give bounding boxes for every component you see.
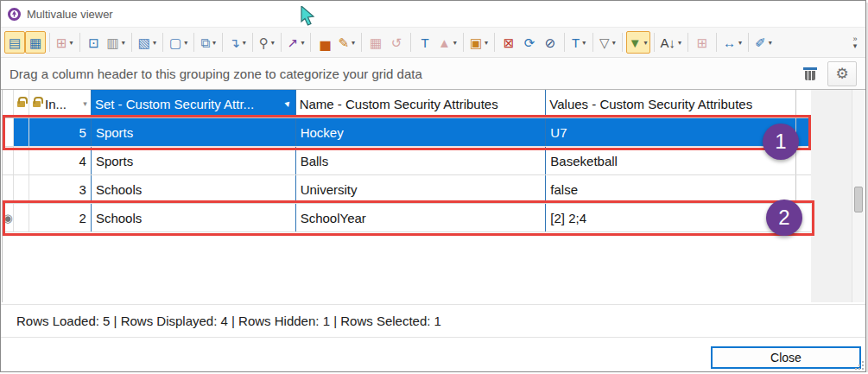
settings-button[interactable]: ⚙ bbox=[827, 61, 857, 86]
chevron-down-icon[interactable]: ▾ bbox=[582, 39, 586, 47]
view-row-layout-button[interactable]: ▤ bbox=[4, 31, 25, 54]
cell-row-indicator[interactable] bbox=[3, 118, 14, 146]
cell-values[interactable]: Baseketball bbox=[546, 147, 796, 174]
cell-filler[interactable] bbox=[796, 204, 811, 231]
merge-cells-button[interactable]: ⊞ bbox=[692, 31, 713, 54]
close-button[interactable]: Close bbox=[711, 346, 861, 369]
chevron-down-icon[interactable]: ▾ bbox=[352, 39, 355, 47]
search-button[interactable]: ⚲▾ bbox=[257, 31, 277, 54]
cancel-sync-button[interactable]: ⊘ bbox=[540, 31, 561, 54]
chevron-down-icon[interactable]: ▾ bbox=[612, 39, 616, 47]
cell-name[interactable]: SchoolYear bbox=[296, 204, 547, 231]
toolbar-separator bbox=[592, 33, 593, 52]
filter-checked-button[interactable]: ▼▾ bbox=[626, 31, 650, 54]
vertical-scrollbar[interactable] bbox=[852, 90, 865, 302]
resize-grip-icon[interactable] bbox=[855, 361, 864, 370]
header-set-column[interactable]: Set - Custom Security Attr... ▼ bbox=[92, 90, 296, 117]
toolbar-separator bbox=[252, 33, 253, 52]
chevron-down-icon[interactable]: ▾ bbox=[212, 39, 216, 47]
table-row[interactable]: 4SportsBallsBaseketball bbox=[3, 147, 811, 175]
bar-chart-icon: ▅ bbox=[320, 36, 331, 49]
table-row[interactable]: ◉2SchoolsSchoolYear[2] 2;4 bbox=[3, 204, 811, 232]
group-by-button[interactable]: ⊞▾ bbox=[54, 31, 76, 54]
translate-grid-button[interactable]: T bbox=[415, 31, 435, 54]
cell-values[interactable]: [2] 2;4 bbox=[546, 204, 796, 231]
chevron-down-icon[interactable]: ▾ bbox=[738, 39, 742, 47]
cell-index[interactable]: 3 bbox=[29, 175, 92, 203]
cell-index[interactable]: 4 bbox=[29, 147, 92, 174]
toolbar-overflow-button[interactable]: » ▾ bbox=[848, 35, 862, 49]
chevron-down-icon[interactable]: ▾ bbox=[485, 39, 488, 47]
cancel-sync-icon: ⊘ bbox=[545, 36, 556, 49]
cell-index[interactable]: 5 bbox=[29, 118, 92, 146]
window-title: Multivalue viewer bbox=[27, 8, 113, 21]
chevron-down-icon[interactable]: ▾ bbox=[243, 39, 246, 47]
header-values-column[interactable]: Values - Custom Security Attributes bbox=[546, 90, 796, 117]
grid-refresh-button[interactable]: ⟳ bbox=[519, 31, 540, 54]
header-index-column[interactable]: In... ▾ bbox=[29, 90, 92, 117]
column-filter-icon[interactable]: ▼ bbox=[282, 98, 292, 109]
cell-index[interactable]: 2 bbox=[29, 204, 92, 231]
chevron-down-icon[interactable]: ▾ bbox=[70, 39, 73, 47]
grid-style-button[interactable]: ✐▾ bbox=[752, 31, 775, 54]
cell-lock[interactable] bbox=[14, 147, 29, 174]
dashed-table-button[interactable]: ▦ bbox=[365, 31, 386, 54]
cell-set[interactable]: Sports bbox=[92, 147, 296, 174]
cell-values[interactable]: false bbox=[546, 175, 796, 203]
text-format-button[interactable]: T▾ bbox=[568, 31, 589, 54]
chevron-down-icon[interactable]: ▾ bbox=[83, 99, 87, 108]
bar-chart-button[interactable]: ▅ bbox=[314, 31, 335, 54]
table-row[interactable]: 5SportsHockeyU7 bbox=[3, 118, 811, 147]
cell-values[interactable]: U7 bbox=[546, 118, 796, 146]
table-row[interactable]: 3SchoolsUniversityfalse bbox=[3, 175, 811, 204]
chevron-down-icon[interactable]: ▾ bbox=[184, 39, 187, 47]
cell-row-indicator[interactable]: ◉ bbox=[3, 204, 14, 231]
edit-button[interactable]: ✎▾ bbox=[335, 31, 358, 54]
chevron-down-icon[interactable]: ▾ bbox=[301, 39, 304, 47]
cell-set[interactable]: Schools bbox=[92, 204, 296, 231]
cell-set[interactable]: Schools bbox=[92, 175, 296, 203]
cell-row-indicator[interactable] bbox=[3, 147, 14, 174]
cell-filler[interactable] bbox=[796, 175, 811, 203]
date-grid-button[interactable]: ⊡ bbox=[84, 31, 105, 54]
chevron-down-icon[interactable]: ▾ bbox=[122, 39, 125, 47]
cell-lock[interactable] bbox=[14, 175, 29, 203]
sort-az-button[interactable]: A↓▾ bbox=[658, 31, 685, 54]
export-button[interactable]: ↗▾ bbox=[285, 31, 307, 54]
toolbar-separator bbox=[361, 33, 362, 52]
cell-row-indicator[interactable] bbox=[3, 175, 14, 203]
cell-lock[interactable] bbox=[14, 204, 29, 231]
histogram-button[interactable]: ▲▾ bbox=[435, 31, 459, 54]
header-name-column[interactable]: Name - Custom Security Attributes bbox=[296, 90, 547, 117]
selection-mode-button[interactable]: ▢▾ bbox=[167, 31, 190, 54]
chevron-down-icon[interactable]: ▾ bbox=[153, 39, 156, 47]
cell-name[interactable]: University bbox=[296, 175, 547, 203]
scrollbar-thumb[interactable] bbox=[854, 187, 863, 212]
cell-filler[interactable] bbox=[796, 118, 811, 146]
column-width-button[interactable]: ↔▾ bbox=[720, 31, 744, 54]
selection-mode-icon: ▢ bbox=[169, 36, 181, 49]
grouping-zone[interactable]: Drag a column header to this grouping zo… bbox=[1, 58, 865, 90]
view-grid-layout-button[interactable]: ▦ bbox=[25, 31, 46, 54]
trash-icon[interactable] bbox=[803, 66, 817, 81]
column-chooser-button[interactable]: ▥▾ bbox=[105, 31, 128, 54]
chevron-down-icon[interactable]: ▾ bbox=[271, 39, 275, 47]
chevron-down-icon[interactable]: ▾ bbox=[678, 39, 681, 47]
cell-lock[interactable] bbox=[14, 118, 29, 146]
cell-filler[interactable] bbox=[796, 147, 811, 174]
chevron-down-icon[interactable]: ▾ bbox=[453, 39, 457, 47]
cell-name[interactable]: Balls bbox=[296, 147, 547, 174]
row-delete-button[interactable]: ⊠ bbox=[498, 31, 519, 54]
chevron-down-icon[interactable]: ▾ bbox=[769, 39, 772, 47]
cell-set[interactable]: Sports bbox=[92, 118, 296, 146]
table-highlight-button[interactable]: ▣▾ bbox=[467, 31, 491, 54]
cell-name[interactable]: Hockey bbox=[296, 118, 547, 146]
insert-rows-button[interactable]: ↴▾ bbox=[226, 31, 249, 54]
column-sparkline-button[interactable]: ▧▾ bbox=[136, 31, 159, 54]
header-row-indicator[interactable] bbox=[3, 90, 14, 117]
chevron-down-icon[interactable]: ▾ bbox=[644, 39, 648, 47]
header-lock-column[interactable] bbox=[14, 90, 29, 117]
dashed-table-undo-button[interactable]: ↺ bbox=[386, 31, 407, 54]
filter-by-text-button[interactable]: ▽▾ bbox=[597, 31, 618, 54]
copy-button[interactable]: ⧉▾ bbox=[198, 31, 219, 54]
